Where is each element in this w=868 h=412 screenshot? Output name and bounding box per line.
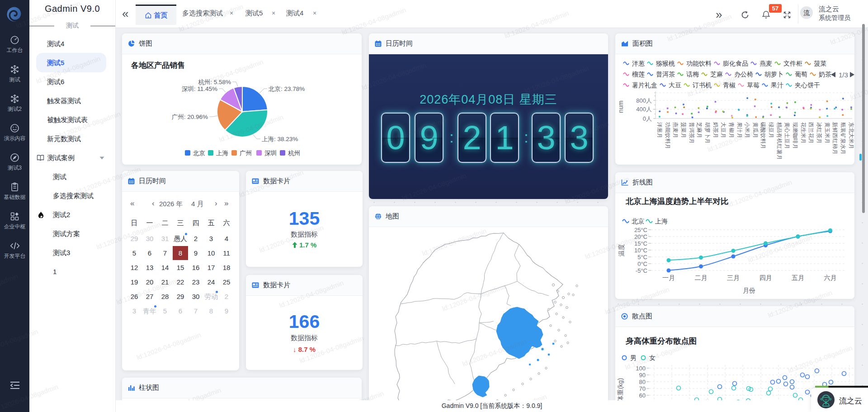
svg-text:燕麦月: 燕麦月 — [672, 122, 679, 138]
svg-text:五月: 五月 — [792, 274, 804, 281]
svg-text:杭州: 杭州 — [288, 150, 300, 156]
svg-text:芝麻: 芝麻 — [710, 71, 723, 78]
svg-text:西兰花月: 西兰花月 — [808, 122, 814, 144]
svg-text:瓶装矿泉水月: 瓶装矿泉水月 — [840, 122, 846, 155]
svg-text:800人: 800人 — [636, 97, 652, 104]
svg-text:青椒月: 青椒月 — [728, 122, 735, 138]
svg-text:温度: 温度 — [618, 244, 625, 257]
svg-text:上海: 38.23%: 上海: 38.23% — [262, 136, 298, 142]
svg-text:现磨咖啡月: 现磨咖啡月 — [792, 122, 798, 149]
svg-text:60: 60 — [639, 392, 646, 399]
svg-text:碳酸饮料月: 碳酸饮料月 — [760, 122, 766, 149]
svg-text:100: 100 — [636, 365, 646, 372]
svg-text:绿豆月: 绿豆月 — [768, 122, 774, 138]
svg-text:话梅: 话梅 — [686, 71, 699, 78]
svg-text:六月: 六月 — [824, 274, 837, 281]
svg-text:10°C: 10°C — [634, 247, 647, 254]
svg-text:体重(kg): 体重(kg) — [617, 378, 624, 402]
svg-text:各地区产品销售: 各地区产品销售 — [131, 61, 185, 70]
svg-text:花生米月: 花生米月 — [800, 122, 807, 144]
svg-text:num: num — [617, 100, 624, 113]
svg-text:小米月: 小米月 — [744, 122, 750, 138]
svg-text:普洱茶月: 普洱茶月 — [689, 122, 695, 144]
svg-text:胡萝卜: 胡萝卜 — [764, 71, 783, 78]
svg-text:新鲜西红柿月: 新鲜西红柿月 — [832, 122, 838, 155]
svg-text:15°C: 15°C — [634, 240, 647, 247]
svg-text:四月: 四月 — [760, 274, 772, 281]
svg-text:燕麦: 燕麦 — [760, 60, 772, 67]
svg-text:猕猴桃: 猕猴桃 — [656, 60, 675, 67]
svg-text:功能饮料: 功能饮料 — [686, 60, 712, 67]
svg-text:胡萝卜月: 胡萝卜月 — [704, 122, 711, 144]
svg-text:0°C: 0°C — [637, 260, 647, 267]
svg-text:文件柜: 文件柜 — [783, 60, 802, 67]
svg-text:80: 80 — [639, 379, 646, 385]
svg-text:一月: 一月 — [662, 274, 675, 281]
svg-text:0人: 0人 — [643, 115, 652, 122]
svg-text:芝麻月: 芝麻月 — [696, 122, 703, 138]
svg-text:洋葱: 洋葱 — [632, 60, 645, 67]
svg-text:上海: 上海 — [655, 218, 668, 225]
svg-text:精品有机红薯月: 精品有机红薯月 — [776, 122, 783, 160]
svg-text:菠菜: 菠菜 — [814, 60, 826, 67]
svg-text:东北大米月: 东北大米月 — [848, 122, 854, 149]
svg-text:25°C: 25°C — [634, 227, 647, 233]
svg-text:北京: 北京 — [193, 150, 205, 156]
svg-text:奶茶: 奶茶 — [819, 71, 831, 78]
svg-text:果汁月: 果汁月 — [736, 122, 743, 138]
svg-text:广州: 广州 — [240, 150, 252, 156]
svg-text:洋葱月: 洋葱月 — [656, 122, 663, 138]
svg-text:葡萄: 葡萄 — [795, 71, 807, 78]
svg-text:榴莲: 榴莲 — [632, 71, 645, 78]
svg-text:月份: 月份 — [743, 287, 755, 294]
svg-text:冰红茶月: 冰红茶月 — [816, 122, 822, 144]
svg-text:70: 70 — [639, 385, 646, 392]
svg-text:黄玉米月: 黄玉米月 — [824, 122, 830, 144]
svg-text:北京: 北京 — [632, 218, 644, 225]
svg-text:二月: 二月 — [695, 274, 708, 281]
svg-text:北京: 23.78%: 北京: 23.78% — [268, 85, 305, 92]
svg-text:膨化食品: 膨化食品 — [723, 60, 748, 67]
svg-text:400人: 400人 — [636, 106, 652, 113]
svg-text:功能饮料月: 功能饮料月 — [665, 122, 671, 149]
svg-text:奶茶月: 奶茶月 — [712, 122, 719, 138]
svg-text:普洱茶: 普洱茶 — [656, 71, 675, 78]
svg-text:北京上海温度趋势上半年对比: 北京上海温度趋势上半年对比 — [625, 197, 729, 206]
svg-text:女: 女 — [649, 354, 656, 361]
svg-text:黄瓜月: 黄瓜月 — [752, 122, 759, 138]
svg-text:深圳: 深圳 — [264, 150, 277, 156]
svg-text:20°C: 20°C — [634, 233, 647, 240]
svg-text:办公椅: 办公椅 — [734, 71, 753, 78]
svg-text:上海: 上海 — [216, 150, 228, 156]
svg-text:菠菜月: 菠菜月 — [680, 122, 687, 138]
svg-text:-5°C: -5°C — [636, 267, 647, 274]
svg-text:黄心土豆月: 黄心土豆月 — [784, 122, 790, 149]
svg-text:5°C: 5°C — [637, 254, 647, 260]
svg-text:三月: 三月 — [727, 274, 740, 281]
svg-text:男: 男 — [630, 354, 637, 361]
svg-text:身高体重分布散点图: 身高体重分布散点图 — [625, 336, 697, 346]
svg-text:广州: 20.96%: 广州: 20.96% — [172, 114, 208, 120]
svg-text:杭州: 5.58%: 杭州: 5.58% — [198, 79, 231, 85]
svg-text:大豆月: 大豆月 — [720, 122, 726, 138]
svg-text:深圳: 11.45%: 深圳: 11.45% — [182, 85, 217, 92]
svg-text:90: 90 — [639, 372, 646, 379]
